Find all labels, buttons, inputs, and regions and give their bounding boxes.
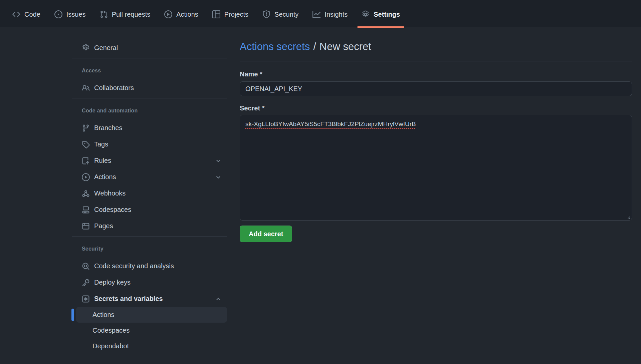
codespaces-icon: [82, 206, 90, 214]
tab-insights[interactable]: Insights: [312, 2, 348, 27]
sidebar-item-pages[interactable]: Pages: [72, 218, 227, 234]
sidebar-item-label: Branches: [94, 124, 123, 132]
gear-icon: [362, 10, 370, 18]
actions-secrets-breadcrumb-link[interactable]: Actions secrets: [240, 41, 310, 52]
page-title: Actions secrets/New secret: [240, 40, 632, 54]
code-icon: [12, 10, 20, 18]
secret-value-textarea[interactable]: sk-XgLLfoBYfwAbAY5iS5cFT3BlbkFJ2PlZuejrz…: [240, 115, 632, 221]
sidebar-item-label: Rules: [94, 157, 111, 164]
sidebar-item-collaborators[interactable]: Collaborators: [72, 80, 227, 96]
tab-projects[interactable]: Projects: [212, 2, 248, 27]
repo-push-icon: [82, 157, 90, 165]
tab-security[interactable]: Security: [262, 2, 298, 27]
sidebar-item-label: Deploy keys: [94, 279, 131, 286]
tab-code[interactable]: Code: [12, 2, 40, 27]
play-icon: [82, 173, 90, 181]
gear-icon: [82, 44, 90, 52]
sidebar-item-label: Code security and analysis: [94, 262, 174, 270]
sidebar-subitem-actions-secrets[interactable]: Actions: [76, 307, 227, 323]
chevron-down-icon: [215, 174, 222, 180]
tab-actions[interactable]: Actions: [164, 2, 198, 27]
tab-label: Insights: [325, 11, 348, 18]
sidebar-section-access: Access: [72, 67, 227, 74]
sidebar-subitem-codespaces-secrets[interactable]: Codespaces: [76, 323, 227, 338]
tab-label: Pull requests: [112, 11, 151, 18]
add-secret-button[interactable]: Add secret: [240, 226, 292, 242]
sidebar-subitem-label: Codespaces: [92, 327, 130, 334]
shield-icon: [262, 10, 270, 18]
sidebar-item-label: General: [94, 44, 118, 52]
sidebar-item-label: Codespaces: [94, 206, 131, 214]
sidebar-subitem-label: Dependabot: [92, 342, 129, 350]
secret-name-input[interactable]: [240, 81, 632, 96]
sidebar-item-codespaces[interactable]: Codespaces: [72, 202, 227, 218]
chevron-down-icon: [215, 157, 222, 164]
git-branch-icon: [82, 124, 90, 132]
issue-opened-icon: [54, 10, 62, 18]
sidebar-item-rules[interactable]: Rules: [72, 152, 227, 169]
chevron-up-icon: [215, 296, 222, 302]
sidebar-divider: [72, 58, 227, 58]
git-pull-request-icon: [100, 10, 108, 18]
sidebar-item-label: Tags: [94, 140, 108, 148]
repo-nav: Code Issues Pull requests Actions Projec…: [0, 0, 641, 27]
tag-icon: [82, 140, 90, 148]
sidebar-section-security: Security: [72, 245, 227, 253]
sidebar-item-label: Pages: [94, 222, 113, 230]
tab-label: Issues: [66, 11, 86, 18]
tab-issues[interactable]: Issues: [54, 2, 86, 27]
sidebar-item-actions[interactable]: Actions: [72, 169, 227, 185]
breadcrumb-separator: /: [313, 41, 316, 52]
tab-label: Projects: [224, 11, 248, 18]
play-icon: [164, 10, 172, 18]
key-icon: [82, 279, 90, 287]
tab-label: Settings: [374, 11, 400, 18]
sidebar-subitem-dependabot-secrets[interactable]: Dependabot: [76, 338, 227, 354]
sidebar-item-code-security[interactable]: Code security and analysis: [72, 258, 227, 274]
sidebar-divider: [72, 98, 227, 98]
sidebar-item-label: Webhooks: [94, 190, 126, 197]
sidebar-section-code-and-automation: Code and automation: [72, 107, 227, 114]
sidebar-divider: [72, 363, 227, 363]
browser-icon: [82, 222, 90, 230]
name-label: Name *: [240, 70, 632, 78]
sidebar-item-label: Actions: [94, 173, 116, 181]
tab-label: Actions: [176, 11, 198, 18]
graph-icon: [312, 10, 320, 18]
heading-divider: [240, 61, 632, 61]
sidebar-item-label: Secrets and variables: [94, 295, 163, 303]
sidebar-item-webhooks[interactable]: Webhooks: [72, 185, 227, 202]
sidebar-item-tags[interactable]: Tags: [72, 136, 227, 152]
sidebar-item-branches[interactable]: Branches: [72, 120, 227, 136]
tab-settings[interactable]: Settings: [362, 2, 400, 27]
secret-value-text: sk-XgLLfoBYfwAbAY5iS5cFT3BlbkFJ2PlZuejrz…: [245, 120, 416, 127]
sidebar-item-secrets-and-variables[interactable]: Secrets and variables: [72, 291, 227, 307]
resize-grip-icon[interactable]: [626, 215, 631, 219]
active-tab-underline: [357, 26, 404, 28]
secret-label: Secret *: [240, 104, 632, 112]
sidebar-item-general[interactable]: General: [72, 40, 227, 56]
settings-sidebar: General Access Collaborators Code and au…: [72, 40, 227, 364]
secret-asterisk-icon: [82, 295, 90, 303]
tab-pull-requests[interactable]: Pull requests: [100, 2, 151, 27]
code-scan-icon: [82, 262, 90, 270]
sidebar-divider: [72, 236, 227, 237]
breadcrumb-current: New secret: [319, 41, 371, 52]
people-icon: [82, 84, 90, 92]
project-table-icon: [212, 10, 220, 18]
tab-label: Security: [274, 11, 298, 18]
sidebar-item-deploy-keys[interactable]: Deploy keys: [72, 274, 227, 291]
webhook-icon: [82, 190, 90, 198]
new-secret-form: Actions secrets/New secret Name * Secret…: [240, 40, 632, 242]
sidebar-item-label: Collaborators: [94, 84, 134, 92]
sidebar-subitem-label: Actions: [92, 311, 115, 319]
tab-label: Code: [24, 11, 40, 18]
